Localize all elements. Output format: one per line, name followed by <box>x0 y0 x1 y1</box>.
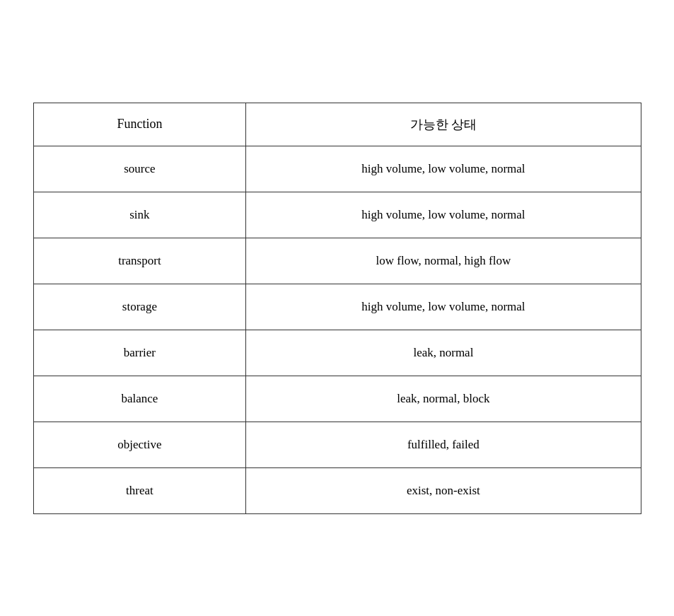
states-cell: low flow, normal, high flow <box>246 238 641 284</box>
function-cell: storage <box>34 284 246 330</box>
function-cell: objective <box>34 422 246 467</box>
function-cell: sink <box>34 192 246 238</box>
table-row: threatexist, non-exist <box>34 467 641 513</box>
main-table-container: Function 가능한 상태 sourcehigh volume, low v… <box>33 103 641 514</box>
function-cell: balance <box>34 376 246 422</box>
table-header-row: Function 가능한 상태 <box>34 103 641 146</box>
function-states-table: Function 가능한 상태 sourcehigh volume, low v… <box>34 103 641 513</box>
states-cell: leak, normal, block <box>246 376 641 422</box>
states-cell: high volume, low volume, normal <box>246 146 641 192</box>
states-cell: high volume, low volume, normal <box>246 192 641 238</box>
function-cell: source <box>34 146 246 192</box>
states-cell: fulfilled, failed <box>246 422 641 467</box>
table-row: barrierleak, normal <box>34 330 641 376</box>
header-function: Function <box>34 103 246 146</box>
table-row: storagehigh volume, low volume, normal <box>34 284 641 330</box>
table-row: objectivefulfilled, failed <box>34 422 641 467</box>
states-cell: exist, non-exist <box>246 467 641 513</box>
states-cell: leak, normal <box>246 330 641 376</box>
function-cell: barrier <box>34 330 246 376</box>
function-cell: threat <box>34 467 246 513</box>
table-row: balanceleak, normal, block <box>34 376 641 422</box>
table-row: transportlow flow, normal, high flow <box>34 238 641 284</box>
states-cell: high volume, low volume, normal <box>246 284 641 330</box>
table-row: sinkhigh volume, low volume, normal <box>34 192 641 238</box>
function-cell: transport <box>34 238 246 284</box>
header-states: 가능한 상태 <box>246 103 641 146</box>
table-row: sourcehigh volume, low volume, normal <box>34 146 641 192</box>
